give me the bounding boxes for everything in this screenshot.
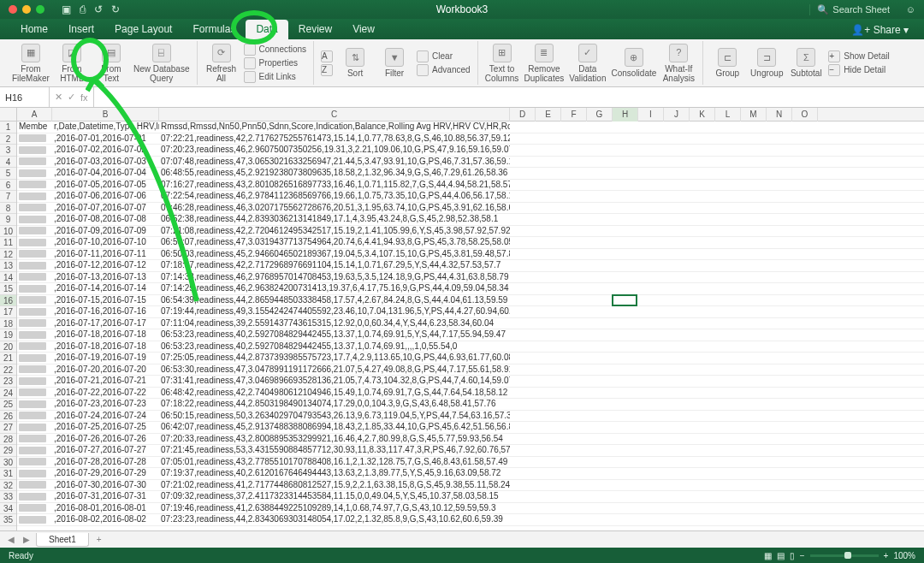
cell[interactable]: 07:22:21,readiness,42,2.7176275255761473… [159, 133, 510, 145]
table-row[interactable]: ,2016-07-13,2016-07-1307:14:33,readiness… [17, 272, 924, 284]
table-row[interactable]: ,2016-07-28,2016-07-2807:05:01,readiness… [17, 457, 924, 469]
table-row[interactable]: ,2016-07-07,2016-07-0707:46:28,readiness… [17, 203, 924, 215]
cell[interactable] [17, 329, 52, 341]
cell[interactable]: ,2016-07-26,2016-07-26 [52, 434, 159, 445]
cell[interactable]: 07:07:48,readiness,47,3.0653021633256947… [159, 157, 510, 168]
name-box[interactable]: H16 [0, 87, 50, 107]
table-row[interactable]: Member,Date,Datetime,Type,HRV,lnRmssd,Rm… [17, 121, 924, 133]
add-sheet[interactable]: + [92, 535, 106, 544]
row-header-10[interactable]: 10 [0, 226, 16, 238]
cell[interactable] [17, 191, 52, 202]
cell[interactable]: 07:31:41,readiness,47,3.0469896693528136… [159, 376, 510, 387]
row-header-11[interactable]: 11 [0, 237, 16, 249]
maximize-window[interactable] [36, 5, 44, 14]
show-detail[interactable]: +Show Detail [828, 50, 889, 62]
clear-filter[interactable]: Clear [417, 50, 470, 62]
col-K[interactable]: K [690, 108, 715, 121]
row-header-5[interactable]: 5 [0, 168, 16, 180]
cell[interactable] [17, 249, 52, 260]
tab-view[interactable]: View [342, 20, 385, 39]
table-row[interactable]: ,2016-08-02,2016-08-0207:23:23,readiness… [17, 514, 924, 526]
row-header-25[interactable]: 25 [0, 399, 16, 411]
table-row[interactable]: ,2016-07-15,2016-07-1506:54:39,readiness… [17, 295, 924, 307]
cell[interactable]: 07:19:37,readiness,40,2.6120167646494443… [159, 468, 510, 479]
zoom-slider[interactable] [810, 554, 879, 557]
col-B[interactable]: B [52, 108, 159, 121]
tab-formulas[interactable]: Formulas [182, 20, 246, 39]
cell[interactable]: 06:56:07,readiness,47,3.0319437713754964… [159, 237, 510, 248]
cell[interactable]: 06:53:23,readiness,40,2.5927084829442455… [159, 341, 510, 353]
table-row[interactable]: ,2016-07-18,2016-07-1806:53:23,readiness… [17, 329, 924, 341]
table-row[interactable]: ,2016-07-19,2016-07-1907:25:05,readiness… [17, 353, 924, 364]
cell[interactable] [17, 376, 52, 387]
cell[interactable]: ,2016-07-05,2016-07-05 [52, 180, 159, 191]
cell[interactable]: ,2016-07-31,2016-07-31 [52, 491, 159, 502]
cell[interactable]: ,2016-07-06,2016-07-06 [52, 191, 159, 202]
cell[interactable]: ,2016-07-08,2016-07-08 [52, 214, 159, 225]
cell[interactable]: 07:05:01,readiness,43,2.7785510170788408… [159, 457, 510, 468]
cell[interactable]: 07:19:44,readiness,49,3.1554242474405592… [159, 306, 510, 317]
cell[interactable]: 07:21:45,readiness,53,3.4315590884857712… [159, 445, 510, 456]
what-if-analysis[interactable]: ?What-If Analysis [661, 44, 696, 83]
cell[interactable]: ,2016-07-27,2016-07-27 [52, 445, 159, 456]
cell[interactable]: ,2016-07-09,2016-07-09 [52, 226, 159, 237]
row-header-21[interactable]: 21 [0, 353, 16, 364]
cell[interactable]: ,2016-07-17,2016-07-17 [52, 318, 159, 329]
cell[interactable]: ,2016-07-15,2016-07-15 [52, 295, 159, 306]
row-header-16[interactable]: 16 [0, 295, 16, 307]
view-normal-icon[interactable]: ▦ [764, 551, 772, 560]
close-window[interactable] [9, 5, 17, 14]
properties-button[interactable]: Properties [244, 57, 307, 69]
row-header-23[interactable]: 23 [0, 376, 16, 388]
row-header-19[interactable]: 19 [0, 329, 16, 341]
cell[interactable] [17, 168, 52, 179]
grid-body[interactable]: Member,Date,Datetime,Type,HRV,lnRmssd,Rm… [17, 121, 924, 526]
cell[interactable] [17, 468, 52, 479]
hide-detail[interactable]: −Hide Detail [828, 64, 889, 76]
cell[interactable] [17, 203, 52, 214]
cell[interactable]: 07:16:27,readiness,43,2.8010826516897733… [159, 180, 510, 191]
col-C[interactable]: C [159, 108, 510, 121]
cell[interactable]: Rmssd,Rmssd,Nn50,Pnn50,Sdnn,Score,Indica… [159, 121, 510, 133]
table-row[interactable]: ,2016-07-25,2016-07-2506:42:07,readiness… [17, 422, 924, 434]
table-row[interactable]: ,2016-07-30,2016-07-3007:21:02,readiness… [17, 480, 924, 492]
cell[interactable]: 07:25:05,readiness,44,2.8737393985575723… [159, 353, 510, 364]
row-header-9[interactable]: 9 [0, 214, 16, 226]
cell[interactable] [17, 145, 52, 156]
cell[interactable] [17, 457, 52, 468]
cell[interactable]: 07:18:22,readiness,44,2.8503198490134074… [159, 399, 510, 410]
table-row[interactable]: ,2016-07-01,2016-07-0107:22:21,readiness… [17, 133, 924, 145]
advanced-filter[interactable]: Advanced [417, 64, 470, 76]
cell[interactable] [17, 503, 52, 514]
col-L[interactable]: L [715, 108, 741, 121]
cell[interactable] [17, 272, 52, 283]
row-header-7[interactable]: 7 [0, 191, 16, 203]
col-J[interactable]: J [664, 108, 690, 121]
col-H[interactable]: H [613, 108, 638, 121]
save-icon[interactable]: ▣ [62, 3, 71, 15]
cell[interactable] [17, 214, 52, 225]
cell[interactable]: ,2016-08-02,2016-08-02 [52, 514, 159, 525]
redo-icon[interactable]: ↻ [111, 3, 120, 15]
table-row[interactable]: ,2016-07-20,2016-07-2006:53:30,readiness… [17, 364, 924, 376]
table-row[interactable]: ,2016-07-12,2016-07-1207:18:07,readiness… [17, 260, 924, 272]
cell[interactable]: ,2016-07-21,2016-07-21 [52, 376, 159, 387]
cell[interactable]: r,Date,Datetime,Type,HRV,ln [52, 121, 159, 133]
table-row[interactable]: ,2016-07-26,2016-07-2607:20:33,readiness… [17, 434, 924, 446]
cell[interactable] [17, 422, 52, 433]
cell[interactable]: ,2016-07-28,2016-07-28 [52, 457, 159, 468]
cell[interactable]: 07:09:32,readiness,37,2.4117323314453584… [159, 491, 510, 502]
tab-page-layout[interactable]: Page Layout [104, 20, 182, 39]
row-header-1[interactable]: 1 [0, 121, 16, 133]
cell[interactable] [17, 411, 52, 422]
zoom-value[interactable]: 100% [893, 551, 915, 560]
view-break-icon[interactable]: ▯ [790, 551, 795, 560]
cell[interactable]: 07:21:02,readiness,41,2.7177448680812527… [159, 480, 510, 491]
cell[interactable]: ,2016-07-03,2016-07-03 [52, 157, 159, 168]
cell[interactable]: ,2016-07-24,2016-07-24 [52, 411, 159, 422]
table-row[interactable]: ,2016-07-03,2016-07-0307:07:48,readiness… [17, 157, 924, 169]
cell[interactable]: 06:52:38,readiness,44,2.8393036213141849… [159, 214, 510, 225]
row-headers[interactable]: 1234567891011121314151617181920212223242… [0, 108, 17, 530]
cell[interactable]: 07:22:54,readiness,46,2.9784112368569766… [159, 191, 510, 202]
cell[interactable]: 07:21:08,readiness,42,2.7204612495342517… [159, 226, 510, 237]
